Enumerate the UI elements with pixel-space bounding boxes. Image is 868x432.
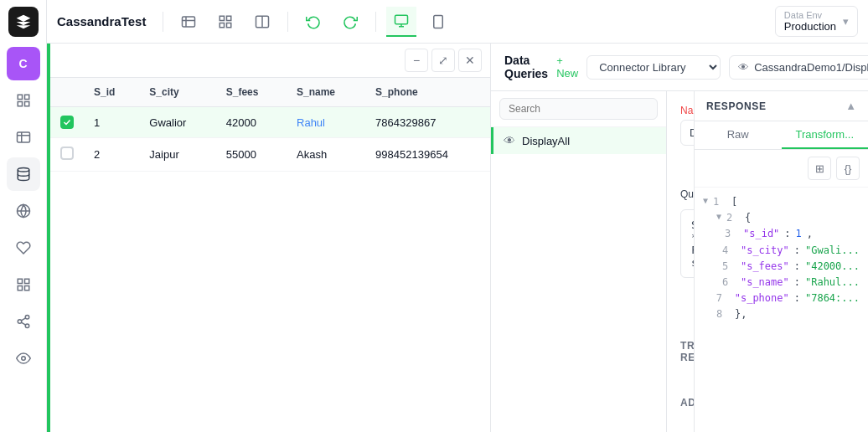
eye-icon: 👁 — [738, 61, 749, 74]
table-view-btn[interactable]: ⊞ — [808, 157, 831, 180]
datasource-select[interactable]: 👁 CassandraDemo1/DisplayAll ▾ — [729, 55, 868, 80]
sidebar: C — [0, 0, 47, 432]
app-avatar[interactable]: C — [7, 47, 40, 80]
name-label: Name * — [680, 105, 694, 116]
sidebar-item-grid[interactable] — [7, 268, 40, 301]
col-s_fees-header: S_fees — [216, 78, 287, 107]
toolbar: CassandraTest Data Env Production — [47, 0, 868, 44]
data-table-area: − ⤢ ✕ S_id S_city S_fees S_name — [50, 44, 491, 432]
sidebar-item-table[interactable] — [7, 121, 40, 154]
sidebar-item-eye[interactable] — [7, 342, 40, 375]
query-editor-area: Data Queries + New Connector Library 👁 C… — [491, 44, 868, 432]
datasource-value: CassandraDemo1/DisplayAll — [754, 61, 868, 74]
table-cell-name[interactable]: Akash — [287, 138, 365, 172]
table-cell-phone: 7864329867 — [365, 107, 490, 138]
minimize-btn[interactable]: − — [405, 49, 428, 72]
col-s_name-header: S_name — [287, 78, 365, 107]
form-response-area: Name * Run query Everytime variables cha… — [667, 91, 868, 432]
close-btn[interactable]: ✕ — [458, 49, 482, 72]
table-cell-phone: 998452139654 — [365, 138, 490, 172]
sidebar-item-plugin[interactable] — [7, 231, 40, 265]
table-cell: 55000 — [216, 138, 287, 172]
sidebar-item-globe[interactable] — [7, 194, 40, 228]
layout-split-btn[interactable] — [247, 7, 277, 37]
name-input[interactable] — [680, 120, 694, 146]
app-name: CassandraTest — [57, 14, 146, 28]
query-item-displayall[interactable]: 👁 DisplayAll — [491, 127, 666, 154]
redo-btn[interactable] — [335, 7, 365, 37]
svg-line-18 — [21, 318, 25, 321]
data-env-label: Data Env — [784, 10, 822, 20]
advanced-label: ADVANCED — [680, 397, 694, 409]
query-form: Name * Run query Everytime variables cha… — [667, 91, 694, 432]
query-label: Query — [680, 188, 694, 200]
sidebar-item-page[interactable] — [7, 84, 40, 117]
svg-rect-2 — [24, 102, 28, 106]
json-line-6: 6"s_name": "Rahul... — [703, 275, 860, 291]
svg-rect-3 — [18, 102, 22, 106]
svg-point-7 — [18, 168, 29, 172]
transform-label: TRANSFORM RESPONSE — [680, 340, 694, 363]
svg-point-14 — [25, 316, 29, 320]
row-checkbox[interactable] — [60, 147, 74, 160]
svg-rect-13 — [18, 286, 22, 291]
col-checkbox-header — [50, 78, 84, 107]
desktop-btn[interactable] — [386, 7, 416, 37]
data-queries-title: Data Queries — [504, 54, 548, 80]
table-cell: 2 — [84, 138, 139, 172]
new-query-btn[interactable]: + New — [556, 54, 578, 80]
svg-rect-20 — [183, 17, 195, 27]
query-list: 👁 DisplayAll — [491, 91, 667, 432]
query-body: 👁 DisplayAll Name * — [491, 91, 868, 432]
svg-rect-23 — [220, 16, 225, 20]
json-view: ▼1[ ▼2{ 3"s_id": 1, 4"s_city": "Gwali...… — [695, 188, 868, 432]
table-row[interactable]: 1Gwalior42000Rahul7864329867 — [50, 107, 490, 138]
data-env-value: Production — [784, 20, 836, 33]
query-item-label: DisplayAll — [522, 135, 570, 147]
svg-rect-12 — [24, 286, 28, 291]
table-cell-name[interactable]: Rahul — [287, 107, 365, 138]
response-header: RESPONSE ▲ — [695, 91, 868, 121]
sidebar-item-database[interactable] — [7, 157, 40, 191]
svg-rect-24 — [227, 16, 231, 20]
svg-rect-11 — [24, 279, 28, 283]
form-group-name: Name * — [680, 105, 694, 171]
row-checkbox[interactable] — [60, 116, 74, 129]
mobile-btn[interactable] — [423, 7, 453, 37]
undo-btn[interactable] — [298, 7, 328, 37]
data-table: S_id S_city S_fees S_name S_phone 1Gwali… — [50, 78, 490, 432]
svg-rect-1 — [24, 95, 28, 99]
connector-library-select[interactable]: Connector Library — [586, 55, 721, 80]
col-s_phone-header: S_phone — [365, 78, 490, 107]
toolbar-divider-3 — [375, 12, 376, 32]
svg-rect-10 — [18, 279, 22, 283]
svg-point-15 — [18, 320, 22, 324]
tab-transform[interactable]: Transform... — [782, 121, 869, 149]
table-row[interactable]: 2Jaipur55000Akash998452139654 — [50, 138, 490, 172]
svg-point-19 — [21, 357, 25, 361]
app-logo[interactable] — [8, 7, 39, 37]
json-line-3: 3"s_id": 1, — [703, 226, 860, 242]
collapse-icon[interactable]: ▲ — [845, 100, 856, 112]
table-panel: − ⤢ ✕ S_id S_city S_fees S_name — [47, 44, 491, 432]
layout-grid-btn[interactable] — [210, 7, 240, 37]
json-line-1: ▼1[ — [703, 194, 860, 210]
col-s_id-header: S_id — [84, 78, 139, 107]
json-line-2: ▼2{ — [703, 210, 860, 226]
json-view-btn[interactable]: {} — [836, 157, 860, 180]
expand-btn[interactable]: ⤢ — [431, 49, 455, 72]
table-cell: Gwalior — [139, 107, 215, 138]
json-line-8: 8}, — [703, 306, 860, 322]
tab-raw[interactable]: Raw — [695, 121, 782, 149]
toolbar-divider-2 — [287, 12, 288, 32]
layout-table-btn[interactable] — [173, 7, 204, 37]
search-input[interactable] — [499, 98, 658, 120]
sidebar-item-flow[interactable] — [7, 305, 40, 338]
data-env-selector[interactable]: Data Env Production ▾ — [775, 6, 858, 37]
col-s_city-header: S_city — [139, 78, 215, 107]
chevron-down-icon: ▾ — [843, 15, 849, 28]
response-panel: RESPONSE ▲ Raw Transform... ⊞ {} ▼1[ — [694, 91, 868, 432]
json-line-5: 5"s_fees": "42000... — [703, 259, 860, 275]
main-content: CassandraTest Data Env Production — [47, 0, 868, 432]
query-textarea[interactable]: SELECT * FROM student — [680, 209, 694, 278]
